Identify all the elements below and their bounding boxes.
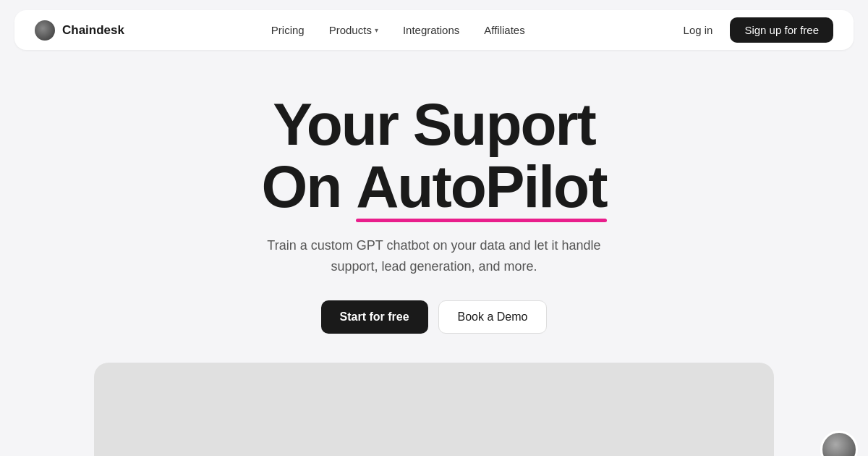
navbar-right: Log in Sign up for free: [672, 17, 833, 43]
nav-affiliates[interactable]: Affiliates: [474, 19, 535, 41]
book-demo-button[interactable]: Book a Demo: [438, 300, 548, 334]
nav-integrations[interactable]: Integrations: [393, 19, 469, 41]
logo-text: Chaindesk: [62, 23, 124, 38]
hero-section: Your Suport On AutoPilot Train a custom …: [0, 50, 868, 363]
autopilot-underline: [356, 219, 606, 222]
autopilot-text: AutoPilot: [356, 156, 606, 218]
preview-card: [94, 363, 774, 456]
logo-area: Chaindesk: [35, 20, 124, 41]
start-free-button[interactable]: Start for free: [321, 300, 428, 334]
hero-buttons: Start for free Book a Demo: [321, 300, 548, 334]
nav-products[interactable]: Products ▾: [319, 19, 388, 41]
hero-subtitle: Train a custom GPT chatbot on your data …: [260, 235, 608, 277]
logo-icon: [35, 20, 55, 41]
hero-title-line1: Your Suport: [261, 93, 606, 156]
navbar: Chaindesk Pricing Products ▾ Integration…: [14, 10, 854, 50]
navbar-nav: Pricing Products ▾ Integrations Affiliat…: [261, 19, 535, 41]
navbar-wrapper: Chaindesk Pricing Products ▾ Integration…: [0, 0, 868, 50]
chevron-down-icon: ▾: [375, 26, 378, 34]
hero-title: Your Suport On AutoPilot: [261, 93, 606, 218]
nav-pricing[interactable]: Pricing: [261, 19, 315, 41]
hero-title-line2: On AutoPilot: [261, 156, 606, 218]
login-button[interactable]: Log in: [672, 19, 725, 41]
preview-area: [0, 363, 868, 456]
avatar: [820, 431, 858, 456]
signup-button[interactable]: Sign up for free: [730, 17, 833, 43]
